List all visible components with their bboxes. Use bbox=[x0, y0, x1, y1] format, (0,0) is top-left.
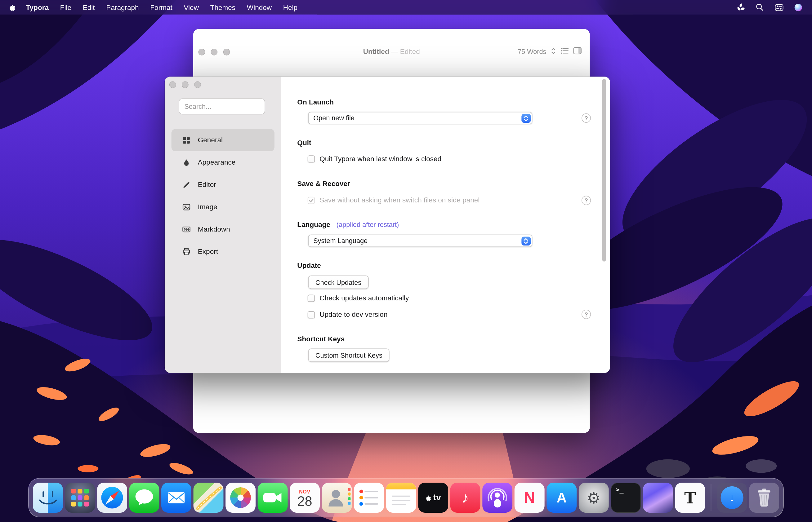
word-count-stepper-icon[interactable] bbox=[551, 47, 556, 56]
dock-notes-icon[interactable] bbox=[386, 483, 416, 513]
zoom-button[interactable] bbox=[194, 81, 201, 88]
menu-themes[interactable]: Themes bbox=[205, 3, 241, 11]
sidebar-item-label: Export bbox=[198, 248, 218, 256]
sidebar-item-editor[interactable]: Editor bbox=[172, 174, 274, 196]
update-help-icon[interactable]: ? bbox=[582, 310, 591, 319]
dock-news-icon[interactable]: N bbox=[515, 483, 545, 513]
dock-contacts-icon[interactable] bbox=[322, 483, 352, 513]
app-store-letter-glyph: A bbox=[557, 490, 567, 506]
search-input[interactable] bbox=[179, 98, 265, 114]
typora-letter-glyph: T bbox=[684, 488, 696, 506]
dock-system-settings-icon[interactable]: ⚙ bbox=[579, 483, 609, 513]
sidebar-item-appearance[interactable]: Appearance bbox=[172, 151, 274, 174]
image-icon bbox=[182, 202, 190, 211]
sidebar-item-label: Image bbox=[198, 203, 217, 211]
sidebar-item-label: Appearance bbox=[198, 158, 236, 166]
gear-icon: ⚙ bbox=[587, 488, 601, 506]
tv-glyph: tv bbox=[433, 493, 441, 503]
dock-reminders-icon[interactable] bbox=[354, 483, 384, 513]
custom-shortcut-keys-button[interactable]: Custom Shortcut Keys bbox=[308, 348, 390, 362]
dock-safari-icon[interactable] bbox=[97, 483, 127, 513]
sidebar-item-general[interactable]: General bbox=[172, 129, 274, 151]
menu-help[interactable]: Help bbox=[277, 3, 303, 11]
on-launch-select[interactable]: Open new file bbox=[308, 112, 532, 124]
doc-toolbar: 75 Words bbox=[518, 47, 582, 56]
popup-stepper-icon bbox=[521, 114, 530, 122]
dock-photos-icon[interactable] bbox=[226, 483, 255, 513]
sidebar-item-export[interactable]: Export bbox=[172, 240, 274, 263]
quit-checkbox-label: Quit Typora when last window is closed bbox=[320, 155, 441, 163]
dock-podcasts-icon[interactable] bbox=[482, 483, 513, 513]
apple-icon bbox=[9, 3, 16, 12]
doc-title-text: Untitled bbox=[363, 48, 389, 56]
dock-downloads-icon[interactable]: ↓ bbox=[717, 483, 747, 513]
minimize-button[interactable] bbox=[181, 81, 188, 88]
export-icon bbox=[182, 247, 190, 256]
sidebar-item-label: General bbox=[198, 136, 223, 144]
dock-calendar-icon[interactable]: NOV 28 bbox=[290, 483, 320, 513]
menu-file[interactable]: File bbox=[54, 3, 77, 11]
sidebar-item-label: Editor bbox=[198, 181, 216, 188]
editor-icon bbox=[182, 180, 190, 189]
markdown-icon bbox=[182, 225, 190, 234]
quit-checkbox-row: Quit Typora when last window is closed bbox=[308, 155, 441, 163]
siri-icon[interactable] bbox=[793, 2, 803, 12]
language-select[interactable]: System Language bbox=[308, 235, 532, 247]
dock-typora-icon[interactable]: T bbox=[675, 483, 705, 513]
appearance-icon bbox=[182, 158, 190, 167]
dock-maps-icon[interactable] bbox=[194, 483, 224, 513]
sidebar-item-image[interactable]: Image bbox=[172, 196, 274, 218]
terminal-prompt-glyph: >_ bbox=[615, 486, 623, 494]
dock-finder-icon[interactable] bbox=[33, 483, 63, 513]
save-recover-heading: Save & Recover bbox=[297, 180, 350, 187]
apple-menu[interactable] bbox=[0, 3, 23, 12]
auto-update-checkbox[interactable] bbox=[308, 295, 315, 302]
menu-paragraph[interactable]: Paragraph bbox=[100, 3, 144, 11]
language-heading: Language bbox=[297, 221, 330, 228]
word-count[interactable]: 75 Words bbox=[518, 48, 546, 56]
dock-messages-icon[interactable] bbox=[129, 483, 159, 513]
prefs-nav: General Appearance bbox=[172, 129, 274, 263]
scrollbar-thumb[interactable] bbox=[602, 79, 606, 262]
search-icon[interactable] bbox=[755, 2, 764, 12]
dock-launchpad-icon[interactable] bbox=[65, 483, 95, 513]
dock-facetime-icon[interactable] bbox=[258, 483, 288, 513]
close-button[interactable] bbox=[169, 81, 176, 88]
on-launch-selected-value: Open new file bbox=[313, 113, 354, 124]
dock-trash-icon[interactable] bbox=[749, 483, 779, 513]
language-selected-value: System Language bbox=[313, 235, 368, 246]
save-recover-checkbox-row: Save without asking when switch files on… bbox=[308, 196, 480, 204]
language-heading-row: Language(applied after restart) bbox=[297, 221, 399, 228]
popup-stepper-icon bbox=[521, 237, 530, 245]
update-heading: Update bbox=[297, 262, 321, 269]
dock-image-file-icon[interactable] bbox=[643, 483, 673, 513]
sidebar-item-markdown[interactable]: Markdown bbox=[172, 218, 274, 240]
dev-version-checkbox[interactable] bbox=[308, 311, 315, 318]
sidebar-toggle-icon[interactable] bbox=[573, 47, 582, 56]
dock-app-store-icon[interactable]: A bbox=[546, 483, 577, 513]
shortcut-keys-heading: Shortcut Keys bbox=[297, 335, 345, 343]
control-center-icon[interactable] bbox=[774, 2, 784, 12]
check-updates-button[interactable]: Check Updates bbox=[308, 276, 368, 289]
auto-update-checkbox-row: Check updates automatically bbox=[308, 294, 409, 302]
menu-window[interactable]: Window bbox=[241, 3, 277, 11]
download-arrow-glyph: ↓ bbox=[729, 491, 735, 504]
dock-apple-tv-icon[interactable]: tv bbox=[418, 483, 448, 513]
menu-typora[interactable]: Typora bbox=[23, 3, 54, 11]
dock-mail-icon[interactable] bbox=[161, 483, 191, 513]
menu-view[interactable]: View bbox=[178, 3, 205, 11]
dock-music-icon[interactable]: ♪ bbox=[450, 483, 480, 513]
save-recover-help-icon[interactable]: ? bbox=[582, 196, 591, 205]
quit-checkbox[interactable] bbox=[308, 155, 315, 162]
on-launch-help-icon[interactable]: ? bbox=[582, 114, 591, 123]
preferences-window: General Appearance bbox=[165, 77, 610, 373]
menu-edit[interactable]: Edit bbox=[77, 3, 100, 11]
fan-icon[interactable] bbox=[736, 2, 745, 12]
sidebar-item-label: Markdown bbox=[198, 225, 230, 233]
outline-icon[interactable] bbox=[560, 47, 569, 56]
menu-format[interactable]: Format bbox=[144, 3, 178, 11]
save-without-asking-checkbox bbox=[308, 197, 315, 204]
dock: NOV 28 bbox=[28, 478, 784, 517]
on-launch-heading: On Launch bbox=[297, 98, 334, 106]
dock-terminal-icon[interactable]: >_ bbox=[611, 483, 641, 513]
